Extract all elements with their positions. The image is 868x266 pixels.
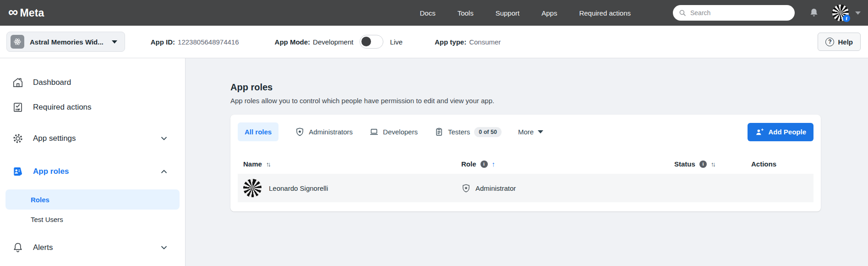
search-input[interactable] <box>690 9 789 17</box>
tab-administrators[interactable]: Administrators <box>295 127 353 137</box>
roles-toolbar: All roles Administrators <box>238 122 813 141</box>
sidebar: Dashboard Required actions App setti <box>0 58 186 266</box>
sidebar-item-required-actions[interactable]: Required actions <box>0 95 185 120</box>
sidebar-item-label: App settings <box>33 134 76 143</box>
account-menu-caret-icon[interactable] <box>855 11 861 15</box>
nav-item-required-actions[interactable]: Required actions <box>579 9 631 17</box>
meta-infinity-icon: ∞ <box>8 5 18 19</box>
member-avatar <box>243 179 262 197</box>
live-label: Live <box>390 38 403 46</box>
column-header-name[interactable]: Name ↑↓ <box>243 160 461 168</box>
search-box[interactable] <box>673 5 795 21</box>
sort-icon[interactable]: ↑↓ <box>711 161 716 168</box>
person-plus-icon <box>755 127 764 137</box>
main-content: App roles App roles allow you to control… <box>186 58 868 266</box>
meta-logo[interactable]: ∞ Meta <box>8 6 44 20</box>
app-type-group: App type: Consumer <box>435 38 501 46</box>
nav-item-docs[interactable]: Docs <box>420 9 435 17</box>
testers-count-badge: 0 of 50 <box>474 127 502 137</box>
sidebar-item-alerts[interactable]: Alerts <box>0 235 185 260</box>
sidebar-subitem-label: Test Users <box>31 216 63 223</box>
tab-more[interactable]: More <box>518 128 543 136</box>
add-people-button[interactable]: Add People <box>748 123 813 141</box>
member-role-cell: Administrator <box>461 183 674 193</box>
sort-icon[interactable]: ↑↓ <box>266 161 271 168</box>
sidebar-item-app-settings[interactable]: App settings <box>0 126 185 151</box>
nav-item-apps[interactable]: Apps <box>541 9 557 17</box>
chevron-down-icon <box>160 135 168 142</box>
sidebar-item-label: Alerts <box>33 243 53 252</box>
app-mode-label: App Mode: <box>275 38 310 46</box>
app-roles-card: All roles Administrators <box>230 115 821 211</box>
column-header-role[interactable]: Role i ↑ <box>461 160 674 168</box>
meta-brand-text: Meta <box>20 7 44 19</box>
sidebar-item-dashboard[interactable]: Dashboard <box>0 70 185 95</box>
sidebar-subitem-label: Roles <box>31 196 49 204</box>
tab-developers[interactable]: Developers <box>369 127 418 137</box>
member-name: Leonardo Signorelli <box>269 184 328 192</box>
user-avatar[interactable]: f <box>832 5 849 21</box>
sidebar-item-label: App roles <box>33 167 69 176</box>
app-type-value: Consumer <box>469 38 501 46</box>
help-button[interactable]: ? Help <box>818 33 861 51</box>
app-mode-value: Development <box>313 38 353 46</box>
app-id-value: 1223805648974416 <box>178 38 239 46</box>
table-row: Leonardo Signorelli Administrator <box>238 174 813 202</box>
home-icon <box>12 77 24 89</box>
sidebar-item-label: Dashboard <box>33 78 71 87</box>
search-icon <box>678 9 687 17</box>
checklist-icon <box>12 101 24 113</box>
member-name-cell: Leonardo Signorelli <box>243 179 461 197</box>
sidebar-subitem-test-users[interactable]: Test Users <box>5 210 180 229</box>
chevron-down-icon <box>160 244 168 251</box>
table-header: Name ↑↓ Role i ↑ Status i ↑↓ Actions <box>238 154 813 174</box>
nav-item-tools[interactable]: Tools <box>458 9 474 17</box>
bell-icon <box>12 242 24 254</box>
app-roles-badge-icon <box>12 166 24 177</box>
app-icon <box>11 35 24 49</box>
chevron-up-icon <box>160 168 168 175</box>
laptop-icon <box>369 127 379 137</box>
toggle-knob <box>361 37 371 46</box>
app-selector[interactable]: Astral Memories Wid... <box>6 32 125 52</box>
app-type-label: App type: <box>435 38 466 46</box>
more-caret-icon <box>538 130 543 133</box>
page-title: App roles <box>230 82 821 93</box>
tab-testers[interactable]: Testers 0 of 50 <box>434 127 502 137</box>
tab-all-roles[interactable]: All roles <box>238 122 278 141</box>
nav-item-support[interactable]: Support <box>496 9 520 17</box>
top-nav: ∞ Meta Docs Tools Support Apps Required … <box>0 0 868 26</box>
app-selector-caret-icon <box>112 40 117 44</box>
clipboard-icon <box>434 127 444 137</box>
help-question-icon: ? <box>825 38 834 46</box>
app-id-group: App ID: 1223805648974416 <box>151 38 239 46</box>
column-header-actions: Actions <box>751 160 813 168</box>
shield-star-icon <box>461 183 471 193</box>
app-mode-toggle[interactable] <box>360 35 383 49</box>
page-subtitle: App roles allow you to control which peo… <box>230 97 821 105</box>
column-header-status[interactable]: Status i ↑↓ <box>674 160 751 168</box>
sort-ascending-icon[interactable]: ↑ <box>492 160 496 168</box>
sidebar-item-app-roles[interactable]: App roles <box>0 159 185 184</box>
member-role: Administrator <box>475 184 516 192</box>
info-icon[interactable]: i <box>699 161 707 168</box>
app-mode-group: App Mode: Development Live <box>275 35 403 49</box>
app-id-label: App ID: <box>151 38 175 46</box>
sidebar-subitem-roles[interactable]: Roles <box>5 189 180 210</box>
top-nav-links: Docs Tools Support Apps Required actions <box>420 9 631 17</box>
info-icon[interactable]: i <box>480 161 488 168</box>
shield-star-icon <box>295 127 305 137</box>
app-selector-label: Astral Memories Wid... <box>30 38 104 46</box>
gear-icon <box>12 133 24 144</box>
notifications-bell-icon[interactable] <box>808 7 819 18</box>
app-context-bar: Astral Memories Wid... App ID: 122380564… <box>0 26 868 58</box>
facebook-badge-icon: f <box>843 15 850 22</box>
sidebar-item-label: Required actions <box>33 103 92 112</box>
